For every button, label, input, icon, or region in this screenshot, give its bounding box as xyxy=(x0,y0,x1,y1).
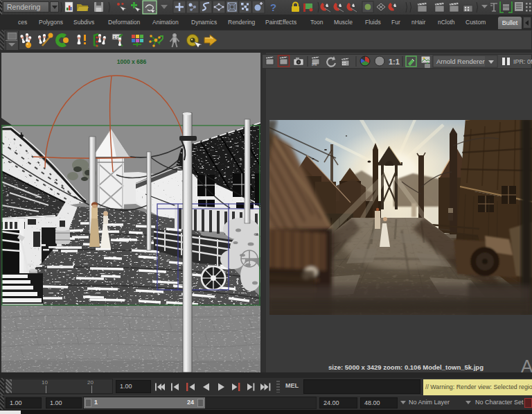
svg-text:IPR: 0M: IPR: 0M xyxy=(513,58,532,65)
svg-text:Arnold Renderer: Arnold Renderer xyxy=(436,58,485,65)
svg-text:1:1: 1:1 xyxy=(389,58,400,66)
svg-text:?: ? xyxy=(270,1,276,13)
svg-text:IPR: IPR xyxy=(312,63,317,67)
svg-text:1000 x 686: 1000 x 686 xyxy=(117,58,147,65)
